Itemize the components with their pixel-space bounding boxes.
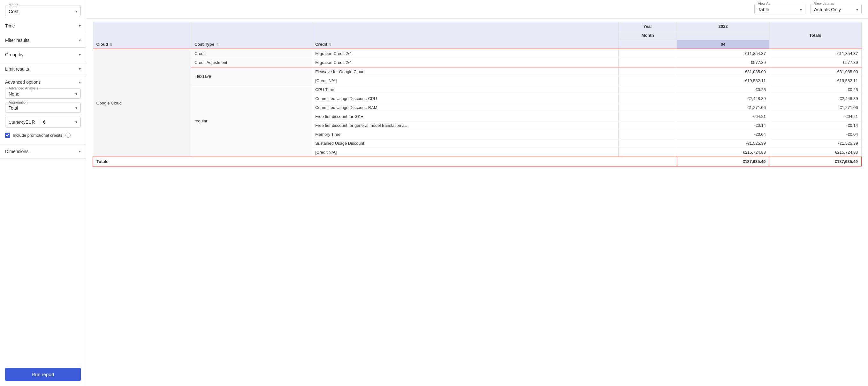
credit-cell: CPU Time xyxy=(312,85,619,94)
amount-cell: -€1,525.39 xyxy=(677,139,769,148)
currency-field[interactable]: Currency EUR € ▾ xyxy=(5,117,81,127)
view-as-label: View As xyxy=(757,2,771,5)
totals-header: Totals xyxy=(769,22,861,49)
advanced-options-section: Advanced options ▴ Advanced Analysis Non… xyxy=(0,77,86,144)
sidebar: Metric Cost ▾ Time ▾ Filter results ▾ Gr… xyxy=(0,0,86,386)
costtype-cell: regular xyxy=(191,85,312,157)
table-row: Credit AdjustmentMigration Credit 2/4€57… xyxy=(93,58,861,67)
metric-select-row[interactable]: Cost ▾ xyxy=(9,7,77,14)
amount-cell: -€0.25 xyxy=(677,85,769,94)
col-costtype-header: Cost Type ⇅ xyxy=(191,22,312,49)
total-cell: €577.89 xyxy=(769,58,861,67)
aggregation-value: Total xyxy=(9,106,18,111)
sidebar-item-limit[interactable]: Limit results ▾ xyxy=(0,62,86,77)
header-row-year: Cloud ⇅ Cost Type ⇅ Credit ⇅ Year 2022 T… xyxy=(93,22,861,31)
metric-value: Cost xyxy=(9,9,19,14)
amount-cell: -€1,271.06 xyxy=(677,103,769,112)
sidebar-item-groupby[interactable]: Group by ▾ xyxy=(0,48,86,62)
amount-cell: -€11,854.37 xyxy=(677,49,769,58)
metric-field: Metric Cost ▾ xyxy=(5,5,81,16)
advanced-analysis-chevron-icon: ▾ xyxy=(75,92,77,96)
currency-divider xyxy=(39,119,39,125)
total-cell: -€1,271.06 xyxy=(769,103,861,112)
table-row: FlexsaveFlexsave for Google Cloud-€31,08… xyxy=(93,67,861,77)
promo-info-icon[interactable]: i xyxy=(65,132,70,138)
currency-chevron-icon: ▾ xyxy=(75,120,77,124)
groupby-label: Group by xyxy=(5,52,24,57)
limit-chevron-icon: ▾ xyxy=(79,67,81,71)
view-as-dropdown[interactable]: View As Table ▾ xyxy=(754,4,805,14)
totals-total-cell: €187,635.49 xyxy=(769,157,861,166)
total-cell: -€0.04 xyxy=(769,130,861,139)
total-cell: €19,582.11 xyxy=(769,77,861,85)
total-cell: €215,724.83 xyxy=(769,148,861,157)
view-as-value: Table xyxy=(758,7,769,12)
metric-section: Metric Cost ▾ xyxy=(0,0,86,19)
aggregation-field[interactable]: Aggregation Total ▾ xyxy=(5,102,81,113)
advanced-options-header[interactable]: Advanced options ▴ xyxy=(5,80,81,85)
total-cell: -€0.14 xyxy=(769,121,861,130)
credit-cell: Committed Usage Discount: RAM xyxy=(312,103,619,112)
top-bar: View As Table ▾ View data as Actuals Onl… xyxy=(86,0,868,19)
totals-amount-cell: €187,635.49 xyxy=(677,157,769,166)
credit-cell: [Credit N/A] xyxy=(312,148,619,157)
sidebar-item-filter[interactable]: Filter results ▾ xyxy=(0,33,86,48)
costtype-sort-icon[interactable]: ⇅ xyxy=(216,43,219,46)
data-table: Cloud ⇅ Cost Type ⇅ Credit ⇅ Year 2022 T… xyxy=(93,22,862,167)
promo-credits-checkbox[interactable] xyxy=(5,132,10,138)
amount-cell: -€0.14 xyxy=(677,121,769,130)
month-header: Month xyxy=(618,31,677,40)
col-credit-header: Credit ⇅ xyxy=(312,22,619,49)
credit-cell: Migration Credit 2/4 xyxy=(312,58,619,67)
view-data-dropdown[interactable]: View data as Actuals Only ▾ xyxy=(810,4,862,14)
year-value-header: 2022 xyxy=(677,22,769,31)
credit-cell: Sustained Usage Discount xyxy=(312,139,619,148)
credit-sort-icon[interactable]: ⇅ xyxy=(329,43,332,46)
promo-credits-row: Include promotional credits i xyxy=(5,131,81,141)
cloud-cell: Google Cloud xyxy=(93,49,191,157)
credit-cell: Migration Credit 2/4 xyxy=(312,49,619,58)
table-row: Google CloudCreditMigration Credit 2/4-€… xyxy=(93,49,861,58)
totals-label-cell: Totals xyxy=(93,157,677,166)
date-value: 04 xyxy=(677,40,769,49)
total-cell: -€64.21 xyxy=(769,112,861,121)
total-cell: -€1,525.39 xyxy=(769,139,861,148)
run-report-button[interactable]: Run report xyxy=(5,368,81,381)
amount-cell: €19,582.11 xyxy=(677,77,769,85)
advanced-analysis-field-label: Advanced Analysis xyxy=(8,86,39,90)
time-label: Time xyxy=(5,23,15,28)
year-header: Year xyxy=(618,22,677,31)
total-cell: -€2,448.89 xyxy=(769,94,861,103)
totals-row: Totals€187,635.49€187,635.49 xyxy=(93,157,861,166)
amount-cell: €577.89 xyxy=(677,58,769,67)
time-chevron-icon: ▾ xyxy=(79,24,81,28)
table-body: Google CloudCreditMigration Credit 2/4-€… xyxy=(93,49,861,166)
view-data-chevron-icon: ▾ xyxy=(856,7,858,12)
currency-code: EUR xyxy=(26,119,35,125)
cloud-sort-icon[interactable]: ⇅ xyxy=(110,43,113,46)
currency-field-label: Currency xyxy=(9,120,26,125)
metric-field-label: Metric xyxy=(8,3,19,7)
advanced-analysis-field[interactable]: Advanced Analysis None ▾ xyxy=(5,89,81,99)
groupby-chevron-icon: ▾ xyxy=(79,52,81,57)
credit-cell: Free tier discount for GKE xyxy=(312,112,619,121)
table-container: Cloud ⇅ Cost Type ⇅ Credit ⇅ Year 2022 T… xyxy=(86,19,868,386)
amount-cell: €215,724.83 xyxy=(677,148,769,157)
filter-chevron-icon: ▾ xyxy=(79,38,81,42)
amount-cell: -€2,448.89 xyxy=(677,94,769,103)
amount-cell: -€64.21 xyxy=(677,112,769,121)
total-cell: -€31,085.00 xyxy=(769,67,861,77)
total-cell: -€0.25 xyxy=(769,85,861,94)
amount-cell: -€31,085.00 xyxy=(677,67,769,77)
credit-cell: Committed Usage Discount: CPU xyxy=(312,94,619,103)
credit-cell: Memory Time xyxy=(312,130,619,139)
sidebar-item-time[interactable]: Time ▾ xyxy=(0,19,86,33)
credit-cell: [Credit N/A] xyxy=(312,77,619,85)
col-cloud-header: Cloud ⇅ xyxy=(93,22,191,49)
costtype-cell: Credit Adjustment xyxy=(191,58,312,67)
credit-cell: Flexsave for Google Cloud xyxy=(312,67,619,77)
sidebar-item-dimensions[interactable]: Dimensions ▾ xyxy=(0,144,86,159)
filter-label: Filter results xyxy=(5,38,29,43)
amount-cell: -€0.04 xyxy=(677,130,769,139)
costtype-cell: Flexsave xyxy=(191,67,312,85)
